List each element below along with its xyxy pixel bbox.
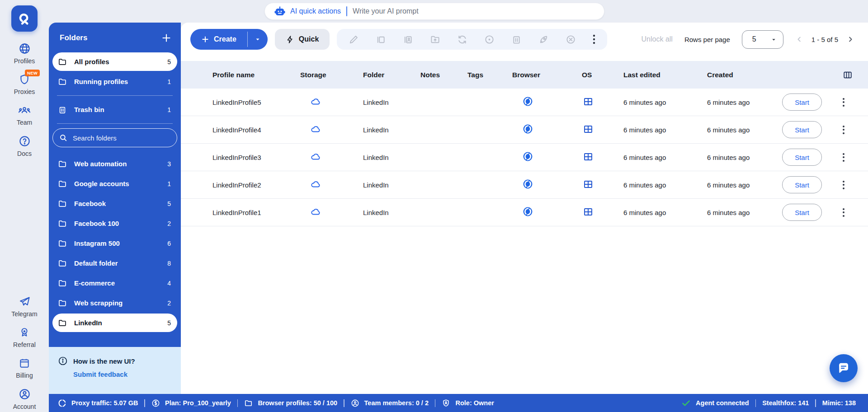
telegram-icon xyxy=(19,295,31,308)
folder-item-all-profiles[interactable]: All profiles 5 xyxy=(52,52,177,71)
sidebar-item-profiles[interactable]: Profiles xyxy=(14,42,35,65)
status-bar: Proxy traffic: 5.07 GB Plan: Pro_100_yea… xyxy=(49,394,868,412)
rail-label: Telegram xyxy=(11,310,38,318)
role-status[interactable]: Role: Owner xyxy=(442,399,494,407)
folder-icon xyxy=(58,259,67,268)
row-menu-button[interactable] xyxy=(841,179,846,191)
start-button[interactable]: Start xyxy=(782,121,822,138)
live-chat-button[interactable] xyxy=(830,354,858,382)
table-header: Profile name Storage Folder Notes Tags B… xyxy=(181,61,868,89)
shield-icon: NEW xyxy=(19,74,30,85)
row-menu-button[interactable] xyxy=(841,124,846,136)
create-dropdown-button[interactable] xyxy=(248,29,268,50)
submit-feedback-link[interactable]: Submit feedback xyxy=(73,370,172,378)
folder-count: 1 xyxy=(167,180,171,187)
ai-prompt-input[interactable] xyxy=(353,7,595,15)
delete-icon[interactable] xyxy=(511,34,522,45)
clone-profile-icon[interactable] xyxy=(403,34,413,45)
ai-quick-actions-button[interactable]: AI quick actions xyxy=(274,6,341,16)
folder-item-trash-bin[interactable]: Trash bin 1 xyxy=(52,100,177,119)
row-menu-button[interactable] xyxy=(841,206,846,219)
divider xyxy=(237,399,238,407)
search-folders-box[interactable] xyxy=(52,128,177,147)
table-row[interactable]: LinkedInProfile3 LinkedIn 6 minutes ago … xyxy=(181,144,868,171)
row-menu-button[interactable] xyxy=(841,151,846,164)
main-content: Create Quick Unlock all Rows per pa xyxy=(181,23,868,394)
folder-item-web-automation[interactable]: Web automation 3 xyxy=(52,154,177,173)
sidebar-item-docs[interactable]: Docs xyxy=(17,135,32,157)
start-button[interactable]: Start xyxy=(782,204,822,221)
folder-item-facebook-100[interactable]: Facebook 100 2 xyxy=(52,214,177,233)
sidebar-item-telegram[interactable]: Telegram xyxy=(11,295,38,318)
folder-item-linkedin[interactable]: LinkedIn 5 xyxy=(52,314,177,332)
table-row[interactable]: LinkedInProfile2 LinkedIn 6 minutes ago … xyxy=(181,171,868,199)
browser-profiles-status[interactable]: Browser profiles: 50 / 100 xyxy=(244,399,337,407)
feedback-panel: How is the new UI? Submit feedback xyxy=(49,347,181,394)
duplicate-icon[interactable] xyxy=(376,34,386,45)
person-circle-icon xyxy=(351,399,359,407)
sidebar-item-team[interactable]: Team xyxy=(17,104,32,126)
ai-divider xyxy=(346,6,347,16)
folder-item-web-scrapping[interactable]: Web scrapping 2 xyxy=(52,294,177,312)
create-button[interactable]: Create xyxy=(190,29,268,50)
app-logo[interactable] xyxy=(11,5,38,32)
folder-item-running-profiles[interactable]: Running profiles 1 xyxy=(52,72,177,91)
folder-count: 5 xyxy=(167,58,171,66)
folder-item-e-commerce[interactable]: E-commerce 4 xyxy=(52,274,177,292)
sidebar-item-billing[interactable]: Billing xyxy=(16,357,33,379)
sidebar-item-account[interactable]: Account xyxy=(13,388,36,410)
move-to-folder-icon[interactable] xyxy=(430,34,440,45)
folder-item-default-folder[interactable]: Default folder 8 xyxy=(52,254,177,272)
table-row[interactable]: LinkedInProfile5 LinkedIn 6 minutes ago … xyxy=(181,89,868,116)
last-edited: 6 minutes ago xyxy=(623,126,707,134)
row-menu-button[interactable] xyxy=(841,96,846,108)
rows-per-page-select[interactable]: 5 xyxy=(742,30,783,49)
next-page-button[interactable] xyxy=(846,35,854,43)
mimic-browser-icon xyxy=(522,96,533,107)
last-edited: 6 minutes ago xyxy=(623,154,707,161)
plan-status[interactable]: Plan: Pro_100_yearly xyxy=(151,399,231,407)
col-folder[interactable]: Folder xyxy=(363,71,420,79)
table-row[interactable]: LinkedInProfile1 LinkedIn 6 minutes ago … xyxy=(181,199,868,226)
cloud-storage-icon xyxy=(310,124,321,135)
col-notes[interactable]: Notes xyxy=(420,71,467,79)
unlock-all-button[interactable]: Unlock all xyxy=(642,35,673,43)
add-folder-button[interactable] xyxy=(161,33,172,43)
folder-label: Trash bin xyxy=(74,106,104,113)
launch-icon[interactable] xyxy=(538,34,549,45)
folder-item-google-accounts[interactable]: Google accounts 1 xyxy=(52,174,177,193)
chat-bubble-icon xyxy=(837,361,850,375)
location-icon[interactable] xyxy=(484,34,495,45)
folder-item-instagram-500[interactable]: Instagram 500 6 xyxy=(52,234,177,253)
start-button[interactable]: Start xyxy=(782,176,822,193)
sidebar-item-referral[interactable]: Referral xyxy=(13,327,36,348)
stop-icon[interactable] xyxy=(566,34,576,45)
sidebar-item-proxies[interactable]: NEW Proxies xyxy=(14,74,35,95)
col-storage[interactable]: Storage xyxy=(300,71,363,79)
agent-status[interactable]: Agent connected xyxy=(681,398,749,408)
col-profile-name[interactable]: Profile name xyxy=(212,71,300,79)
quick-button[interactable]: Quick xyxy=(275,29,330,50)
columns-icon xyxy=(843,70,853,80)
folder-item-facebook[interactable]: Facebook 5 xyxy=(52,194,177,213)
col-os[interactable]: OS xyxy=(582,71,623,79)
prev-page-button[interactable] xyxy=(795,35,803,43)
start-button[interactable]: Start xyxy=(782,149,822,166)
folder-icon xyxy=(58,219,67,228)
proxy-rotate-icon xyxy=(58,399,66,407)
proxy-traffic-status[interactable]: Proxy traffic: 5.07 GB xyxy=(58,399,138,407)
rows-per-page-label: Rows per page xyxy=(684,36,730,43)
edit-icon[interactable] xyxy=(349,34,359,45)
col-tags[interactable]: Tags xyxy=(467,71,512,79)
col-created[interactable]: Created xyxy=(707,71,782,79)
more-actions-icon[interactable] xyxy=(593,34,595,44)
start-button[interactable]: Start xyxy=(782,94,822,111)
table-row[interactable]: LinkedInProfile4 LinkedIn 6 minutes ago … xyxy=(181,116,868,144)
col-browser[interactable]: Browser xyxy=(512,71,582,79)
col-last-edited[interactable]: Last edited xyxy=(623,71,707,79)
folder-count: 1 xyxy=(167,106,171,113)
team-members-status[interactable]: Team members: 0 / 2 xyxy=(351,399,429,407)
column-settings-button[interactable] xyxy=(782,70,868,80)
search-folders-input[interactable] xyxy=(73,134,170,142)
refresh-icon[interactable] xyxy=(457,34,467,45)
